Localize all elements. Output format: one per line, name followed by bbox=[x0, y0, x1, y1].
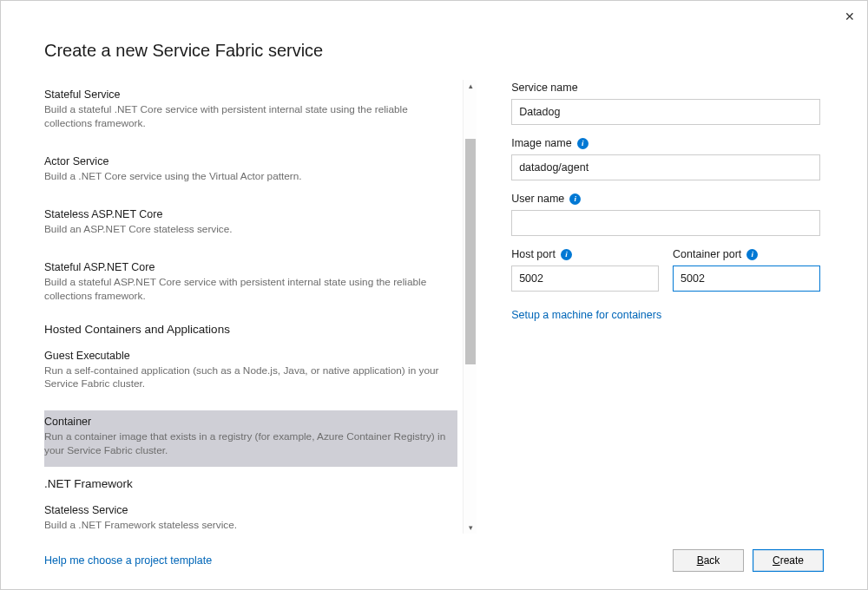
template-list-scrollbar[interactable]: ▴ ▾ bbox=[463, 80, 477, 534]
host-port-input[interactable] bbox=[511, 266, 659, 292]
info-icon[interactable]: i bbox=[577, 138, 589, 149]
info-icon[interactable]: i bbox=[569, 193, 581, 205]
back-button[interactable]: Back bbox=[673, 549, 744, 572]
template-item-desc: Build an ASP.NET Core stateless service. bbox=[44, 223, 449, 237]
service-name-field: Service name bbox=[511, 82, 820, 125]
scroll-down-arrow-icon[interactable]: ▾ bbox=[464, 521, 477, 534]
container-port-input[interactable] bbox=[673, 266, 820, 292]
template-item-title: Stateful ASP.NET Core bbox=[44, 261, 449, 273]
main-content: Stateful Service Build a stateful .NET C… bbox=[44, 80, 824, 534]
info-icon[interactable]: i bbox=[746, 249, 758, 260]
close-icon[interactable]: ✕ bbox=[845, 10, 855, 23]
host-port-field: Host port i bbox=[511, 248, 659, 292]
template-item-title: Stateless ASP.NET Core bbox=[44, 208, 449, 220]
template-item-stateful-service[interactable]: Stateful Service Build a stateful .NET C… bbox=[44, 83, 457, 140]
user-name-label: User name bbox=[511, 193, 564, 205]
service-name-input[interactable] bbox=[511, 99, 820, 125]
template-item-guest-executable[interactable]: Guest Executable Run a self-contained ap… bbox=[44, 344, 457, 401]
template-item-title: Container bbox=[44, 416, 449, 428]
template-item-desc: Run a self-contained application (such a… bbox=[44, 364, 449, 392]
dialog-footer: Help me choose a project template Back C… bbox=[44, 539, 824, 572]
host-port-label: Host port bbox=[511, 248, 556, 260]
ports-row: Host port i Container port i bbox=[511, 248, 820, 304]
template-list[interactable]: Stateful Service Build a stateful .NET C… bbox=[44, 80, 463, 534]
category-header-hosted-containers: Hosted Containers and Applications bbox=[44, 323, 449, 336]
template-item-actor-service[interactable]: Actor Service Build a .NET Core service … bbox=[44, 150, 457, 193]
create-button[interactable]: Create bbox=[753, 549, 824, 572]
new-service-fabric-service-dialog: ✕ Create a new Service Fabric service St… bbox=[1, 1, 867, 589]
dialog-title: Create a new Service Fabric service bbox=[44, 41, 824, 61]
image-name-field: Image name i bbox=[511, 137, 820, 180]
user-name-input[interactable] bbox=[511, 210, 820, 236]
template-item-title: Actor Service bbox=[44, 155, 449, 167]
template-item-stateless-aspnet-core[interactable]: Stateless ASP.NET Core Build an ASP.NET … bbox=[44, 203, 457, 246]
template-item-title: Guest Executable bbox=[44, 350, 449, 362]
info-icon[interactable]: i bbox=[561, 249, 572, 260]
template-item-desc: Run a container image that exists in a r… bbox=[44, 430, 449, 458]
help-choose-template-link[interactable]: Help me choose a project template bbox=[44, 554, 212, 567]
template-item-title: Stateless Service bbox=[44, 504, 449, 516]
template-list-panel: Stateful Service Build a stateful .NET C… bbox=[44, 80, 477, 534]
container-port-field: Container port i bbox=[673, 248, 820, 292]
image-name-input[interactable] bbox=[511, 154, 820, 180]
template-item-desc: Build a stateful ASP.NET Core service wi… bbox=[44, 276, 449, 304]
container-port-label: Container port bbox=[673, 248, 741, 260]
scroll-up-arrow-icon[interactable]: ▴ bbox=[464, 80, 477, 92]
template-item-title: Stateful Service bbox=[44, 88, 449, 101]
setup-machine-link[interactable]: Setup a machine for containers bbox=[511, 309, 661, 321]
template-item-container[interactable]: Container Run a container image that exi… bbox=[44, 410, 457, 467]
template-item-stateful-aspnet-core[interactable]: Stateful ASP.NET Core Build a stateful A… bbox=[44, 256, 457, 312]
back-button-mnemonic: B bbox=[697, 554, 704, 567]
category-header-net-framework: .NET Framework bbox=[44, 477, 449, 490]
back-button-rest: ack bbox=[704, 554, 720, 567]
template-item-stateless-service-netfx[interactable]: Stateless Service Build a .NET Framework… bbox=[44, 499, 457, 534]
template-item-desc: Build a .NET Framework stateless service… bbox=[44, 519, 449, 533]
create-button-mnemonic: C bbox=[773, 554, 780, 567]
template-item-desc: Build a .NET Core service using the Virt… bbox=[44, 170, 449, 184]
details-panel: Service name Image name i User name i bbox=[511, 80, 824, 534]
scroll-thumb[interactable] bbox=[465, 139, 476, 364]
service-name-label: Service name bbox=[511, 82, 577, 94]
template-item-desc: Build a stateful .NET Core service with … bbox=[44, 103, 449, 131]
user-name-field: User name i bbox=[511, 193, 820, 236]
image-name-label: Image name bbox=[511, 137, 571, 149]
create-button-rest: reate bbox=[780, 554, 804, 567]
footer-buttons: Back Create bbox=[673, 549, 824, 572]
